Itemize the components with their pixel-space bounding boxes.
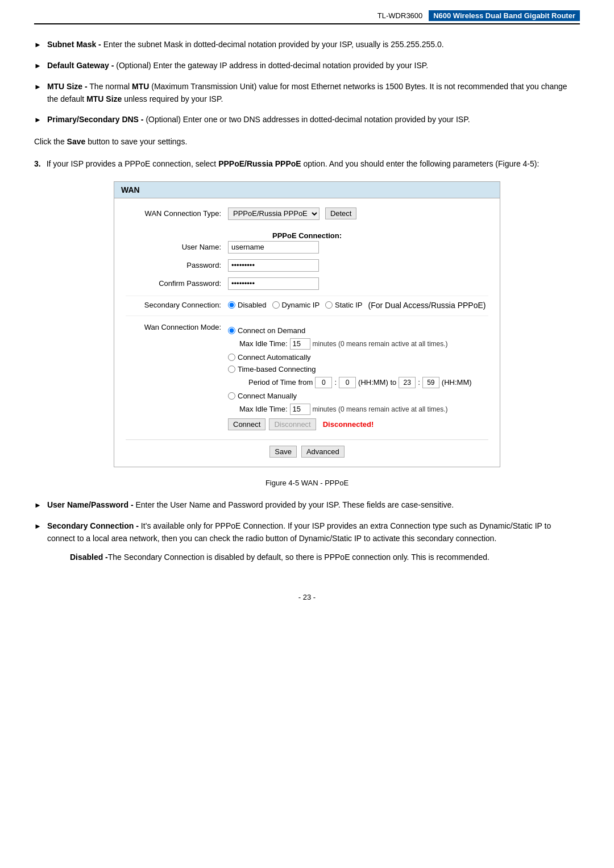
radio-static-ip[interactable]: Static IP — [325, 301, 362, 309]
bullet-arrow: ► — [34, 39, 42, 51]
bullet-arrow: ► — [34, 81, 42, 93]
wan-connection-type-select[interactable]: PPPoE/Russia PPPoE — [228, 207, 320, 220]
term-gateway: Default Gateway - — [47, 61, 114, 70]
time-to-h-input[interactable] — [399, 377, 416, 388]
radio-connect-auto[interactable]: Connect Automatically — [228, 353, 311, 362]
connect-button[interactable]: Connect — [228, 418, 265, 430]
mtu-bold: MTU — [132, 82, 149, 91]
disconnected-status: Disconnected! — [323, 420, 374, 429]
sub-list-item: Disabled - The Secondary Connection is d… — [70, 551, 580, 563]
mtu-size-bold: MTU Size — [86, 94, 122, 103]
idle-note-1: minutes (0 means remain active at all ti… — [313, 340, 448, 348]
radio-disabled-label: Disabled — [238, 301, 267, 309]
confirm-password-input[interactable] — [228, 277, 319, 290]
bullet-arrow: ► — [34, 114, 42, 126]
secondary-connection-row: Secondary Connection: Disabled Dynamic I… — [126, 301, 488, 310]
product-text: N600 Wireless Dual Band Gigabit Router — [429, 10, 580, 21]
header-title: TL-WDR3600 N600 Wireless Dual Band Gigab… — [377, 11, 580, 20]
save-note: Click the Save button to save your setti… — [34, 135, 580, 148]
time-to-m-input[interactable] — [422, 377, 439, 388]
list-item: ► Secondary Connection - It’s available … — [34, 520, 580, 570]
username-input[interactable] — [228, 241, 319, 254]
secondary-connection-label: Secondary Connection: — [126, 301, 228, 309]
advanced-button[interactable]: Advanced — [301, 446, 345, 458]
max-idle-input-1[interactable] — [290, 338, 310, 350]
list-item: ► Primary/Secondary DNS - (Optional) Ent… — [34, 113, 580, 126]
bullet-text: Default Gateway - (Optional) Enter the g… — [47, 59, 580, 72]
divider2 — [126, 315, 488, 316]
sub-bullet-list: Disabled - The Secondary Connection is d… — [70, 551, 580, 563]
password-label: Password: — [126, 261, 228, 269]
save-button[interactable]: Save — [269, 446, 297, 458]
wan-connection-type-field: PPPoE/Russia PPPoE Detect — [228, 207, 488, 220]
radio-static-ip-label: Static IP — [335, 301, 362, 309]
period-label: Period of Time from — [248, 378, 313, 387]
list-item: ► Default Gateway - (Optional) Enter the… — [34, 59, 580, 72]
wan-mode-label: Wan Connection Mode: — [126, 323, 228, 331]
wan-bottom-row: Save Advanced — [126, 439, 488, 458]
wan-mode-row: Wan Connection Mode: Connect on Demand M… — [126, 321, 488, 434]
password-field — [228, 259, 488, 272]
model-text: TL-WDR3600 — [377, 11, 422, 20]
time-from-m-input[interactable] — [339, 377, 356, 388]
numbered-item-3: 3. If your ISP provides a PPPoE connecti… — [34, 157, 580, 170]
disconnect-button[interactable]: Disconnect — [269, 418, 316, 430]
item-text: If your ISP provides a PPPoE connection,… — [47, 157, 580, 170]
max-idle-row-2: Max Idle Time: minutes (0 means remain a… — [239, 404, 488, 415]
radio-connect-demand[interactable]: Connect on Demand — [228, 326, 305, 335]
username-label: User Name: — [126, 243, 228, 251]
password-row: Password: — [126, 259, 488, 272]
list-item: ► MTU Size - The normal MTU (Maximum Tra… — [34, 80, 580, 106]
list-item: ► User Name/Password - Enter the User Na… — [34, 499, 580, 512]
radio-time-based[interactable]: Time-based Connecting — [228, 365, 316, 373]
term-mtu: MTU Size - — [47, 82, 88, 91]
list-item: ► Subnet Mask - Enter the subnet Mask in… — [34, 38, 580, 51]
pppoe-section-label: PPPoE Connection: — [126, 228, 488, 241]
save-bold: Save — [67, 137, 86, 146]
mode-connect-demand: Connect on Demand — [228, 326, 488, 335]
hhmm1-label: (HH:MM) to — [358, 378, 396, 387]
connect-auto-label: Connect Automatically — [238, 353, 311, 362]
bottom-bullet-list: ► User Name/Password - Enter the User Na… — [34, 499, 580, 570]
term-subnet: Subnet Mask - — [47, 40, 101, 49]
page-number: - 23 - — [34, 593, 580, 601]
radio-connect-auto-input[interactable] — [228, 354, 235, 361]
bullet-text: MTU Size - The normal MTU (Maximum Trans… — [47, 80, 580, 106]
bullet-arrow: ► — [34, 60, 42, 72]
radio-connect-demand-input[interactable] — [228, 327, 235, 334]
detect-button[interactable]: Detect — [325, 207, 357, 219]
confirm-password-label: Confirm Password: — [126, 279, 228, 288]
secondary-connection-field: Disabled Dynamic IP Static IP (For Dual … — [228, 301, 488, 310]
figure-caption: Figure 4-5 WAN - PPPoE — [34, 479, 580, 487]
confirm-password-row: Confirm Password: — [126, 277, 488, 290]
radio-dynamic-ip[interactable]: Dynamic IP — [272, 301, 320, 309]
header-bar: TL-WDR3600 N600 Wireless Dual Band Gigab… — [34, 11, 580, 24]
radio-connect-manual-input[interactable] — [228, 392, 235, 400]
max-idle-label-1: Max Idle Time: — [239, 339, 288, 348]
radio-connect-manual[interactable]: Connect Manually — [228, 392, 297, 400]
radio-time-based-input[interactable] — [228, 366, 235, 373]
mode-connect-manual: Connect Manually — [228, 392, 488, 400]
divider — [126, 296, 488, 296]
password-input[interactable] — [228, 259, 319, 272]
radio-dynamic-ip-input[interactable] — [272, 301, 280, 309]
wan-mode-field: Connect on Demand Max Idle Time: minutes… — [228, 326, 488, 434]
time-period-row: Period of Time from : (HH:MM) to : (HH:M… — [248, 377, 488, 388]
term-disabled: Disabled - — [70, 551, 108, 563]
colon2: : — [418, 378, 420, 387]
secondary-note: (For Dual Access/Russia PPPoE) — [368, 301, 486, 310]
wan-box-content: WAN Connection Type: PPPoE/Russia PPPoE … — [114, 198, 500, 467]
term-dns: Primary/Secondary DNS - — [47, 115, 144, 124]
radio-disabled-input[interactable] — [228, 301, 235, 309]
radio-static-ip-input[interactable] — [325, 301, 333, 309]
term-user-pass: User Name/Password - — [47, 500, 134, 509]
time-from-h-input[interactable] — [315, 377, 332, 388]
pppoe-bold: PPPoE/Russia PPPoE — [218, 159, 301, 168]
username-field — [228, 241, 488, 254]
radio-disabled[interactable]: Disabled — [228, 301, 267, 309]
bullet-text: Subnet Mask - Enter the subnet Mask in d… — [47, 38, 580, 51]
username-row: User Name: — [126, 241, 488, 254]
colon1: : — [334, 378, 337, 387]
max-idle-label-2: Max Idle Time: — [239, 405, 288, 413]
max-idle-input-2[interactable] — [290, 404, 310, 415]
